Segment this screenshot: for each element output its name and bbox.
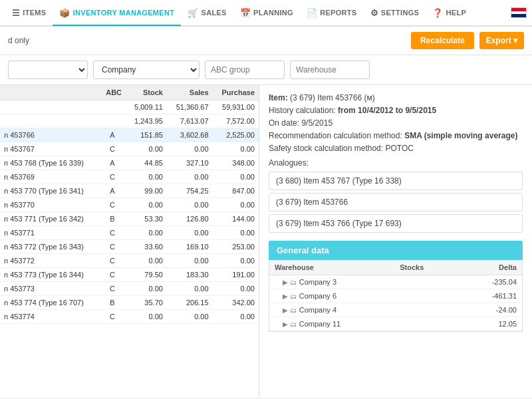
cell-delta-val: -461.31 (451, 289, 522, 303)
table-row[interactable]: 5,009.11 51,360.67 59,931.00 (0, 100, 259, 114)
rec-method-label: Recommendation calculation method: (269, 131, 402, 140)
cell-stock: 99.00 (126, 184, 167, 198)
cell-stock: 0.00 (126, 282, 167, 296)
nav-settings-label: SETTINGS (381, 9, 419, 17)
nav-reports-label: REPORTS (320, 9, 356, 17)
table-row[interactable]: n 453 772 (Type 16 343) C 33.60 169.10 2… (0, 240, 259, 254)
nav-planning[interactable]: 📅 PLANNING (233, 1, 300, 26)
nav-items[interactable]: ☰ ITEMS (5, 1, 53, 26)
history-label: History calculation: (269, 106, 336, 115)
analogue-item[interactable]: (3 679) Item 453766 (269, 193, 523, 211)
cell-name: n 453 771 (Type 16 342) (0, 212, 99, 226)
cell-name: n 453769 (0, 170, 99, 184)
folder-icon: ▶ 🗂 (283, 307, 297, 314)
cell-stock: 53.30 (126, 212, 167, 226)
cell-stocks-val (394, 317, 451, 331)
cell-stock: 35.70 (126, 296, 167, 310)
analogue-item[interactable]: (3 680) Item 453 767 (Type 16 338) (269, 172, 523, 190)
table-row[interactable]: n 453771 C 0.00 0.00 0.00 (0, 226, 259, 240)
table-header-row: ABC Stock Sales Purchase (0, 85, 259, 100)
help-icon: ❓ (432, 8, 443, 18)
cell-name: n 453773 (0, 282, 99, 296)
cell-abc (99, 114, 126, 128)
cell-sales: 206.15 (167, 296, 213, 310)
cell-name: n 453 770 (Type 16 341) (0, 184, 99, 198)
cell-name: n 453772 (0, 254, 99, 268)
table-row[interactable]: n 453 768 (Type 16 339) A 44.85 327.10 3… (0, 156, 259, 170)
nav-help-label: HELP (446, 9, 467, 17)
export-button[interactable]: Export ▾ (479, 32, 524, 49)
cell-sales: 126.80 (167, 212, 213, 226)
item-label: Item: (269, 93, 288, 102)
col-abc: ABC (99, 85, 126, 100)
cell-abc: C (99, 170, 126, 184)
table-row[interactable]: n 453 774 (Type 16 707) B 35.70 206.15 3… (0, 296, 259, 310)
item-info: Item: (3 679) Item 453766 (м) (269, 93, 523, 102)
filter-company-dropdown[interactable]: Company (93, 61, 200, 79)
table-row[interactable]: n 453773 C 0.00 0.00 0.00 (0, 282, 259, 296)
safety-method-label: Safety stock calculation method: (269, 144, 383, 153)
table-row[interactable]: n 453766 A 151.85 3,602.68 2,525.00 (0, 128, 259, 142)
left-panel: ABC Stock Sales Purchase 5,009.11 51,360… (0, 85, 259, 398)
data-table-wrapper[interactable]: ABC Stock Sales Purchase 5,009.11 51,360… (0, 85, 259, 398)
recalculate-button[interactable]: Recalculate (411, 32, 474, 49)
nav-help[interactable]: ❓ HELP (426, 1, 473, 26)
table-row[interactable]: n 453772 C 0.00 0.00 0.00 (0, 254, 259, 268)
nav-planning-label: PLANNING (253, 9, 293, 17)
rec-method-info: Recommendation calculation method: SMA (… (269, 131, 523, 140)
table-row[interactable]: n 453 771 (Type 16 342) B 53.30 126.80 1… (0, 212, 259, 226)
nav-sales-label: SALES (201, 9, 227, 17)
table-row[interactable]: n 453769 C 0.00 0.00 0.00 (0, 170, 259, 184)
cell-sales: 51,360.67 (167, 100, 213, 114)
language-flag[interactable] (511, 7, 527, 18)
cell-delta-val: -24.00 (451, 303, 522, 317)
items-icon: ☰ (12, 8, 20, 18)
cell-stock: 5,009.11 (126, 100, 167, 114)
cell-stock: 0.00 (126, 170, 167, 184)
cell-purchase: 0.00 (213, 142, 259, 156)
filter-bar: Company (0, 55, 532, 85)
analogue-item[interactable]: (3 679) Item 453 766 (Type 17 693) (269, 214, 523, 233)
nav-items-label: ITEMS (23, 9, 46, 17)
col-purchase: Purchase (213, 85, 259, 100)
cell-sales: 0.00 (167, 310, 213, 324)
cell-name: n 453 773 (Type 16 344) (0, 268, 99, 282)
nav-sales[interactable]: 🛒 SALES (181, 1, 233, 26)
cell-warehouse-name: ▶ 🗂Company 6 (269, 289, 394, 303)
warehouse-input[interactable] (290, 61, 370, 79)
table-row[interactable]: n 453 773 (Type 16 344) C 79.50 183.30 1… (0, 268, 259, 282)
cell-sales: 0.00 (167, 198, 213, 212)
planning-icon: 📅 (240, 8, 251, 18)
cell-stock: 0.00 (126, 198, 167, 212)
cell-name (0, 114, 99, 128)
cell-warehouse-name: ▶ 🗂Company 11 (269, 317, 394, 331)
table-row[interactable]: n 453 770 (Type 16 341) A 99.00 754.25 8… (0, 184, 259, 198)
table-row[interactable]: 1,243.95 7,613.07 7,572.00 (0, 114, 259, 128)
general-table-row: ▶ 🗂Company 11 12.05 (269, 317, 522, 331)
general-data-table-wrap: Warehouse Stocks Delta ▶ 🗂Company 3 -235… (269, 260, 523, 332)
reports-icon: 📄 (307, 8, 317, 18)
cell-sales: 183.30 (167, 268, 213, 282)
cell-purchase: 144.00 (213, 212, 259, 226)
cell-name (0, 100, 99, 114)
cell-abc: B (99, 296, 126, 310)
sales-icon: 🛒 (188, 8, 198, 18)
col-name (0, 85, 99, 100)
nav-inventory[interactable]: 📦 INVENTORY MANAGEMENT (53, 1, 181, 26)
cell-purchase: 0.00 (213, 198, 259, 212)
table-row[interactable]: n 453767 C 0.00 0.00 0.00 (0, 142, 259, 156)
cell-stock: 44.85 (126, 156, 167, 170)
table-row[interactable]: n 453770 C 0.00 0.00 0.00 (0, 198, 259, 212)
history-info: History calculation: from 10/4/2012 to 9… (269, 106, 523, 115)
cell-name: n 453 774 (Type 16 707) (0, 296, 99, 310)
abc-group-input[interactable] (205, 61, 285, 79)
cell-abc (99, 100, 126, 114)
cell-purchase: 348.00 (213, 156, 259, 170)
cell-stock: 151.85 (126, 128, 167, 142)
nav-settings[interactable]: ⚙ SETTINGS (364, 1, 426, 26)
cell-abc: A (99, 184, 126, 198)
cell-purchase: 0.00 (213, 310, 259, 324)
table-row[interactable]: n 453774 C 0.00 0.00 0.00 (0, 310, 259, 324)
filter-dropdown-1[interactable] (8, 61, 88, 79)
nav-reports[interactable]: 📄 REPORTS (300, 1, 364, 26)
